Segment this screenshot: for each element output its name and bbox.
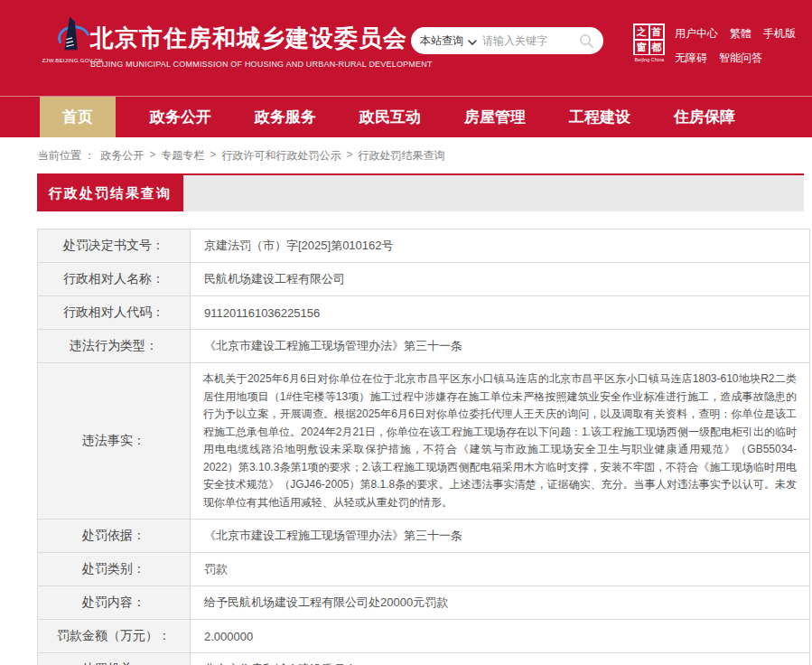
- nav-item-4[interactable]: 房屋管理: [455, 97, 535, 137]
- nav-item-1[interactable]: 政务公开: [141, 97, 220, 137]
- row-value: 2.000000: [191, 620, 810, 653]
- table-row: 处罚依据：《北京市建设工程施工现场管理办法》第三十一条: [38, 520, 810, 553]
- site-title: 北京市住房和城乡建设委员会: [90, 23, 433, 54]
- chevron-down-icon[interactable]: [468, 33, 477, 50]
- breadcrumb: 当前位置 ： 政务公开>专题专栏>行政许可和行政处罚公示>行政处罚结果查询: [38, 147, 812, 164]
- row-value: 京建法罚（市）字[2025]第010162号: [191, 229, 810, 263]
- breadcrumb-item-0[interactable]: 政务公开: [100, 148, 144, 164]
- row-label: 处罚依据：: [38, 520, 191, 553]
- capital-window-char-0: 之: [634, 24, 649, 40]
- row-label: 处罚内容：: [38, 586, 191, 620]
- capital-window-char-2: 窗: [634, 40, 649, 55]
- row-label: 违法行为类型：: [38, 330, 191, 363]
- breadcrumb-item-2[interactable]: 行政许可和行政处罚公示: [221, 148, 341, 164]
- site-subtitle: BEIJING MUNICIPAL COMMISSION OF HOUSING …: [90, 60, 433, 69]
- row-value: 给予民航机场建设工程有限公司处20000元罚款: [191, 586, 810, 620]
- capital-window-logo[interactable]: 之首窗都 Beijing·China: [633, 23, 666, 62]
- main-nav: 首页政务公开政务服务政民互动房屋管理工程建设住房保障: [0, 96, 812, 137]
- row-value: 《北京市建设工程施工现场管理办法》第三十一条: [191, 520, 810, 553]
- row-label: 行政相对人名称：: [38, 263, 191, 296]
- nav-item-2[interactable]: 政务服务: [246, 97, 325, 137]
- row-label: 行政相对人代码：: [38, 296, 191, 330]
- breadcrumb-item-3[interactable]: 行政处罚结果查询: [358, 148, 444, 164]
- quick-links: 用户中心繁體手机版 无障碍智能问答: [675, 26, 796, 66]
- search-input[interactable]: [482, 34, 575, 47]
- table-row: 处罚机关：北京市住房和城乡建设委员会: [38, 653, 810, 665]
- row-value: 罚款: [191, 553, 810, 586]
- quick-link-quick_links_row1-2[interactable]: 手机版: [763, 26, 796, 42]
- table-row: 罚款金额（万元）：2.000000: [38, 620, 810, 653]
- quick-links-row-1: 用户中心繁體手机版: [675, 26, 796, 42]
- table-row: 处罚内容：给予民航机场建设工程有限公司处20000元罚款: [38, 586, 810, 620]
- tab-penalty-result-query[interactable]: 行政处罚结果查询: [37, 175, 183, 211]
- quick-link-quick_links_row1-0[interactable]: 用户中心: [675, 26, 718, 42]
- quick-link-quick_links_row2-0[interactable]: 无障碍: [675, 51, 707, 66]
- row-value: 民航机场建设工程有限公司: [191, 263, 810, 296]
- table-row: 行政相对人名称：民航机场建设工程有限公司: [38, 263, 810, 296]
- table-row: 违法事实：本机关于2025年6月6日对你单位在位于北京市昌平区东小口镇马连店的北…: [38, 363, 810, 520]
- row-label: 违法事实：: [38, 363, 191, 520]
- row-value: 北京市住房和城乡建设委员会: [191, 653, 810, 665]
- commission-logo-icon: [51, 13, 93, 60]
- table-row: 处罚决定书文号：京建法罚（市）字[2025]第010162号: [38, 229, 810, 263]
- site-header: ZJW.BEIJING.GOV.CN 北京市住房和城乡建设委员会 BEIJING…: [0, 0, 812, 96]
- table-row: 行政相对人代码：911201161036225156: [38, 296, 810, 330]
- capital-window-char-3: 都: [649, 40, 665, 55]
- section-tabbar: 行政处罚结果查询: [37, 173, 804, 211]
- search-icon[interactable]: [579, 33, 594, 49]
- capital-window-char-1: 首: [649, 24, 665, 40]
- search-scope-select[interactable]: 本站查询: [420, 33, 463, 49]
- row-value: 本机关于2025年6月6日对你单位在位于北京市昌平区东小口镇马连店的北京市昌平区…: [191, 363, 810, 520]
- breadcrumb-separator: >: [346, 148, 352, 164]
- row-label: 处罚决定书文号：: [38, 229, 191, 263]
- nav-item-6[interactable]: 住房保障: [665, 97, 744, 137]
- penalty-detail-table: 处罚决定书文号：京建法罚（市）字[2025]第010162号行政相对人名称：民航…: [37, 229, 810, 665]
- penalty-table-body: 处罚决定书文号：京建法罚（市）字[2025]第010162号行政相对人名称：民航…: [38, 229, 810, 665]
- nav-item-5[interactable]: 工程建设: [560, 97, 639, 137]
- breadcrumb-item-1[interactable]: 专题专栏: [161, 148, 204, 164]
- capital-window-seal: 之首窗都: [633, 23, 665, 55]
- table-row: 违法行为类型：《北京市建设工程施工现场管理办法》第三十一条: [38, 330, 810, 363]
- breadcrumb-separator: >: [149, 148, 155, 164]
- table-row: 处罚类别：罚款: [38, 553, 810, 586]
- breadcrumb-separator: >: [210, 148, 216, 164]
- site-search: 本站查询: [411, 27, 603, 54]
- nav-item-0[interactable]: 首页: [40, 97, 116, 137]
- quick-link-quick_links_row1-1[interactable]: 繁體: [730, 26, 751, 42]
- capital-window-caption: Beijing·China: [633, 57, 666, 62]
- row-label: 罚款金额（万元）：: [38, 620, 191, 653]
- row-value: 《北京市建设工程施工现场管理办法》第三十一条: [191, 330, 810, 363]
- nav-item-3[interactable]: 政民互动: [350, 97, 430, 137]
- quick-links-row-2: 无障碍智能问答: [675, 51, 796, 66]
- row-value: 911201161036225156: [191, 296, 810, 330]
- row-label: 处罚类别：: [38, 553, 191, 586]
- quick-link-quick_links_row2-1[interactable]: 智能问答: [719, 51, 762, 66]
- breadcrumb-parts: 政务公开>专题专栏>行政许可和行政处罚公示>行政处罚结果查询: [100, 148, 444, 164]
- row-label: 处罚机关：: [38, 653, 191, 665]
- breadcrumb-prefix: 当前位置 ：: [38, 148, 95, 164]
